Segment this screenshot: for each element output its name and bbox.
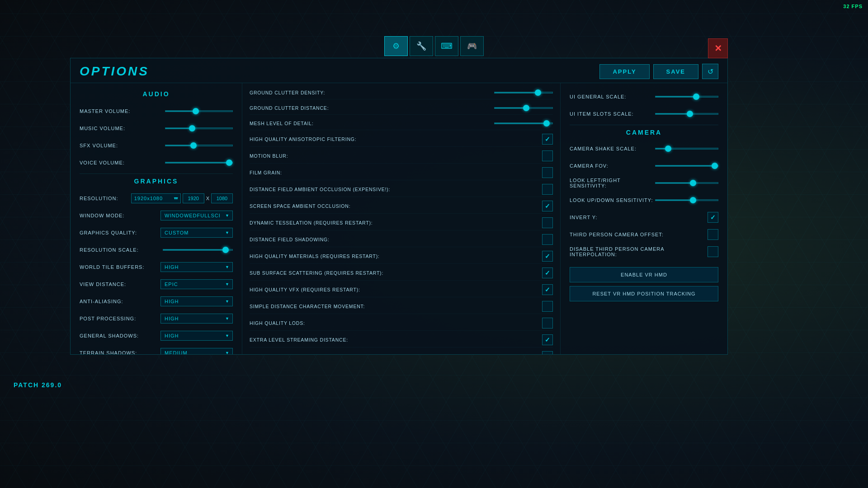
nav-tab-settings[interactable]: ⚙ (384, 36, 408, 56)
film-grain-label: FILM GRAIN: (250, 170, 542, 175)
general-shadows-select[interactable]: High Low Medium Epic (160, 331, 233, 341)
graphics-quality-select[interactable]: CUSTOM Low Medium High Epic (160, 228, 233, 238)
resolution-label: RESOLUTION: (80, 196, 131, 201)
general-shadows-label: GENERAL SHADOWS: (80, 333, 160, 338)
dialog-header: OPTIONS APPLY SAVE ↺ (71, 58, 727, 83)
tessellation-checkbox[interactable] (542, 217, 553, 228)
patch-info: PATCH 269.0 (14, 381, 62, 389)
disable-interpolation-checkbox[interactable] (708, 246, 718, 257)
disable-interpolation-label: DISABLE THIRD PERSON CAMERA INTERPOLATIO… (570, 246, 708, 257)
sfx-volume-row: SFX VOLUME: (80, 139, 233, 152)
reset-vr-button[interactable]: RESET VR HMD POSITION TRACKING (570, 286, 718, 301)
resolution-control: 868x488 2560x1440 3840x2160 ▼ X (131, 193, 233, 203)
nav-tab-controls[interactable]: 🔧 (410, 36, 433, 56)
cam-shake-slider[interactable] (655, 148, 718, 150)
ui-general-scale-slider[interactable] (655, 96, 718, 98)
anti-aliasing-select[interactable]: High Low Medium Epic (160, 296, 233, 306)
ui-item-slots-row: UI ITEM SLOTS SCALE: (570, 108, 718, 120)
ground-clutter-distance-slider[interactable] (494, 107, 553, 109)
post-processing-select[interactable]: High Low Medium Epic (160, 314, 233, 324)
ground-clutter-distance-row: GROUND CLUTTER DISTANCE: (250, 103, 553, 115)
ui-item-slots-label: UI ITEM SLOTS SCALE: (570, 111, 655, 117)
anti-aliasing-label: ANTI-ALIASING: (80, 299, 160, 304)
left-column: AUDIO MASTER VOLUME: MUSIC VOLUME: (71, 83, 242, 354)
cam-shake-row: CAMERA SHAKE SCALE: (570, 142, 718, 155)
motion-blur-checkbox[interactable] (542, 150, 553, 161)
window-mode-label: WINDOW MODE: (80, 213, 160, 218)
ground-clutter-density-slider[interactable] (494, 92, 553, 94)
third-person-offset-checkbox[interactable] (708, 229, 718, 240)
sss-checkbox[interactable] (542, 267, 553, 278)
general-shadows-row: GENERAL SHADOWS: High Low Medium Epic (80, 329, 233, 342)
ssao-checkbox[interactable] (542, 201, 553, 211)
dialog-content: AUDIO MASTER VOLUME: MUSIC VOLUME: (71, 83, 727, 354)
hq-lods-checkbox[interactable] (542, 318, 553, 328)
ssao-label: SCREEN SPACE AMBIENT OCCLUSION: (250, 203, 542, 209)
df-shadowing-label: DISTANCE FIELD SHADOWING: (250, 237, 542, 242)
window-mode-select[interactable]: WindowedFullscreen Fullscreen Windowed (160, 211, 233, 221)
audio-header: AUDIO (80, 90, 233, 98)
post-processing-label: POST PROCESSING: (80, 316, 160, 321)
apply-button[interactable]: APPLY (599, 64, 649, 79)
graphics-quality-label: GRAPHICS QUALITY: (80, 230, 160, 235)
mid-column: GROUND CLUTTER DENSITY: GROUND CLUTTER D… (242, 83, 560, 354)
resolution-width-input[interactable] (183, 193, 204, 203)
extra-streaming-checkbox[interactable] (542, 334, 553, 345)
resolution-x-label: X (206, 196, 209, 201)
graphics-header: GRAPHICS (80, 178, 233, 185)
divider-1 (80, 174, 233, 174)
resolution-height-input[interactable] (211, 193, 233, 203)
nav-tab-gamepad[interactable]: 🎮 (460, 36, 484, 56)
df-shadowing-row: DISTANCE FIELD SHADOWING: (250, 234, 553, 247)
hq-vfx-checkbox[interactable] (542, 284, 553, 295)
hq-anisotropic-checkbox[interactable] (542, 134, 553, 145)
music-volume-control[interactable] (165, 127, 233, 129)
color-grading-row: COLOR GRADING: (250, 351, 553, 354)
world-tile-row: WORLD TILE BUFFERS: High Low Medium Epic (80, 261, 233, 273)
ground-clutter-distance-label: GROUND CLUTTER DISTANCE: (250, 105, 494, 111)
view-distance-select[interactable]: Epic Low Medium High (160, 279, 233, 289)
close-button[interactable]: ✕ (708, 38, 728, 58)
invert-y-checkbox[interactable]: ✓ (708, 212, 718, 223)
color-grading-checkbox[interactable] (542, 351, 553, 354)
simple-dist-checkbox[interactable] (542, 301, 553, 312)
disable-interpolation-row: DISABLE THIRD PERSON CAMERA INTERPOLATIO… (570, 245, 718, 258)
master-volume-label: MASTER VOLUME: (80, 108, 165, 114)
ground-clutter-density-label: GROUND CLUTTER DENSITY: (250, 90, 494, 95)
cam-fov-slider[interactable] (655, 165, 718, 167)
film-grain-checkbox[interactable] (542, 167, 553, 178)
mesh-lod-slider[interactable] (494, 122, 553, 124)
look-lr-label: LOOK LEFT/RIGHT SENSITIVITY: (570, 178, 655, 188)
voice-volume-control[interactable] (165, 162, 233, 164)
resolution-select[interactable]: 868x488 2560x1440 3840x2160 (131, 193, 181, 203)
world-tile-label: WORLD TILE BUFFERS: (80, 264, 160, 270)
enable-vr-button[interactable]: ENABLE VR HMD (570, 267, 718, 282)
dfao-checkbox[interactable] (542, 184, 553, 195)
cam-fov-row: CAMERA FOV: (570, 160, 718, 172)
film-grain-row: FILM GRAIN: (250, 167, 553, 180)
resolution-scale-control[interactable] (163, 249, 233, 251)
options-dialog: OPTIONS APPLY SAVE ↺ AUDIO MASTER VOLUME… (70, 58, 728, 355)
ui-item-slots-slider[interactable] (655, 113, 718, 115)
view-distance-label: VIEW DISTANCE: (80, 282, 160, 287)
terrain-shadows-select[interactable]: Medium Low High Epic (160, 348, 233, 354)
master-volume-row: MASTER VOLUME: (80, 105, 233, 117)
tessellation-label: DYNAMIC TESSELATION (REQUIRES RESTART): (250, 220, 542, 225)
motion-blur-row: MOTION BLUR: (250, 150, 553, 164)
fps-counter: 32 FPS (843, 4, 863, 9)
extra-streaming-label: EXTRA LEVEL STREAMING DISTANCE: (250, 337, 542, 343)
look-lr-slider[interactable] (655, 182, 718, 184)
save-button[interactable]: SAVE (653, 64, 698, 79)
reset-button[interactable]: ↺ (702, 64, 718, 79)
master-volume-control[interactable] (165, 110, 233, 112)
look-ud-slider[interactable] (655, 199, 718, 201)
sfx-volume-control[interactable] (165, 145, 233, 146)
world-tile-select[interactable]: High Low Medium Epic (160, 262, 233, 272)
df-shadowing-checkbox[interactable] (542, 234, 553, 245)
voice-volume-row: VOICE VOLUME: (80, 156, 233, 169)
nav-tab-keyboard[interactable]: ⌨ (435, 36, 458, 56)
hq-materials-checkbox[interactable] (542, 251, 553, 262)
invert-y-label: INVERT Y: (570, 215, 708, 220)
dfao-label: DISTANCE FIELD AMBIENT OCCLUSION (EXPENS… (250, 187, 542, 192)
music-volume-label: MUSIC VOLUME: (80, 126, 165, 131)
